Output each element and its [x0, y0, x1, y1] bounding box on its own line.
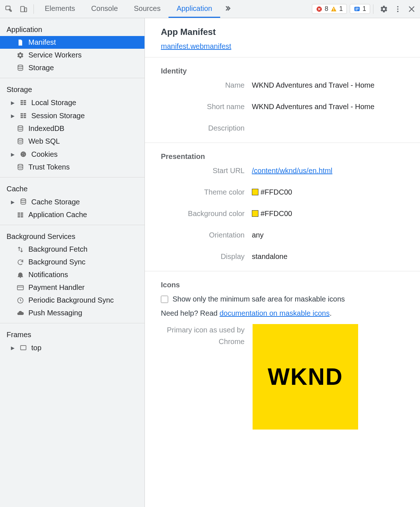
- field-value: #FFDC00: [252, 188, 409, 196]
- sidebar-item-periodic-sync[interactable]: Periodic Background Sync: [0, 294, 144, 307]
- sidebar-item-label: Manifest: [28, 38, 56, 47]
- card-icon: [16, 284, 25, 291]
- sidebar-section-frames: Frames ▸ top: [0, 323, 144, 358]
- primary-icon-row: Primary icon as used by Chrome WKND: [161, 324, 409, 430]
- sidebar-item-label: Trust Tokens: [28, 163, 70, 171]
- right-tools: [380, 5, 416, 13]
- svg-rect-8: [355, 9, 358, 9]
- inspect-element-icon[interactable]: [2, 2, 16, 16]
- sidebar-item-cache-storage[interactable]: ▸ Cache Storage: [0, 195, 144, 208]
- cloud-icon: [16, 310, 25, 317]
- color-text: #FFDC00: [261, 209, 292, 217]
- sidebar-item-label: Application Cache: [28, 211, 87, 219]
- error-count-pill[interactable]: 8 1: [312, 4, 347, 14]
- section-heading-identity: Identity: [161, 67, 409, 75]
- sidebar-item-storage[interactable]: Storage: [0, 61, 144, 74]
- field-value: /content/wknd/us/en.html: [252, 167, 409, 175]
- sidebar-item-session-storage[interactable]: ▸ Session Storage: [0, 109, 144, 122]
- sidebar-heading: Cache: [0, 181, 144, 195]
- field-label: Theme color: [161, 188, 245, 196]
- maskable-checkbox[interactable]: [161, 296, 168, 303]
- database-icon: [16, 64, 25, 72]
- svg-rect-38: [21, 214, 23, 215]
- section-heading-presentation: Presentation: [161, 152, 409, 161]
- checkbox-label: Show only the minimum safe area for mask…: [173, 295, 345, 303]
- caret-right-icon: ▸: [10, 343, 15, 352]
- svg-point-31: [22, 155, 23, 156]
- sidebar-item-label: Background Fetch: [28, 245, 87, 254]
- sidebar-item-label: Periodic Background Sync: [28, 296, 114, 304]
- error-count: 8: [325, 5, 328, 13]
- manifest-panel: App Manifest manifest.webmanifest Identi…: [145, 18, 420, 507]
- sidebar-item-push[interactable]: Push Messaging: [0, 307, 144, 319]
- sidebar-heading: Frames: [0, 327, 144, 341]
- close-icon[interactable]: [408, 5, 416, 13]
- field-label: Background color: [161, 209, 245, 218]
- sidebar-item-label: Web SQL: [28, 137, 60, 145]
- sidebar-item-notifications[interactable]: Notifications: [0, 268, 144, 281]
- start-url-link[interactable]: /content/wknd/us/en.html: [252, 167, 332, 175]
- svg-rect-7: [355, 8, 358, 8]
- sidebar-item-top-frame[interactable]: ▸ top: [0, 341, 144, 354]
- field-label: Description: [161, 124, 245, 132]
- caret-right-icon: ▸: [10, 98, 15, 107]
- svg-point-34: [21, 199, 25, 201]
- divider: [145, 143, 420, 143]
- settings-icon[interactable]: [380, 5, 388, 13]
- sidebar-item-cookies[interactable]: ▸ Cookies: [0, 148, 144, 161]
- icon-preview: WKND: [253, 324, 358, 430]
- tab-application[interactable]: Application: [169, 0, 220, 18]
- sidebar-item-websql[interactable]: Web SQL: [0, 135, 144, 148]
- tab-sources[interactable]: Sources: [126, 0, 169, 18]
- svg-rect-41: [17, 286, 24, 290]
- sidebar-heading: Storage: [0, 82, 144, 96]
- sidebar-item-label: top: [31, 344, 41, 352]
- field-value: standalone: [252, 252, 409, 261]
- sidebar-item-bg-sync[interactable]: Background Sync: [0, 256, 144, 268]
- sidebar-item-label: Background Sync: [28, 258, 86, 266]
- sidebar-heading: Application: [0, 22, 144, 36]
- issues-pill[interactable]: 1: [350, 4, 370, 14]
- sidebar-section-application: Application Manifest Service Workers Sto…: [0, 18, 144, 78]
- maskable-docs-link[interactable]: documentation on maskable icons: [219, 309, 329, 317]
- tab-label: Sources: [134, 4, 161, 13]
- sidebar-item-trust-tokens[interactable]: Trust Tokens: [0, 161, 144, 173]
- issues-icon: [354, 6, 360, 12]
- separator: [373, 4, 373, 14]
- color-text: #FFDC00: [261, 188, 292, 196]
- table-icon: [19, 112, 28, 119]
- svg-rect-21: [24, 113, 26, 114]
- sidebar-item-label: Storage: [28, 64, 54, 72]
- svg-rect-24: [21, 117, 23, 118]
- svg-rect-22: [21, 115, 23, 116]
- caret-right-icon: ▸: [10, 197, 15, 206]
- svg-point-10: [397, 6, 399, 7]
- caret-right-icon: ▸: [10, 150, 15, 159]
- panel-tabs: Elements Console Sources Application: [37, 0, 235, 18]
- sidebar-item-service-workers[interactable]: Service Workers: [0, 49, 144, 61]
- clock-icon: [16, 297, 25, 304]
- svg-point-32: [24, 155, 24, 155]
- sidebar-item-app-cache[interactable]: Application Cache: [0, 208, 144, 221]
- sidebar-item-bg-fetch[interactable]: Background Fetch: [0, 243, 144, 256]
- svg-rect-9: [355, 9, 357, 10]
- svg-rect-15: [24, 100, 26, 101]
- kebab-menu-icon[interactable]: [394, 5, 402, 13]
- tab-elements[interactable]: Elements: [37, 0, 83, 18]
- identity-grid: Name WKND Adventures and Travel - Home S…: [161, 81, 409, 132]
- sidebar-item-local-storage[interactable]: ▸ Local Storage: [0, 96, 144, 109]
- icon-caption: Primary icon as used by Chrome: [161, 324, 245, 347]
- tab-console[interactable]: Console: [83, 0, 126, 18]
- sidebar-item-indexeddb[interactable]: IndexedDB: [0, 122, 144, 135]
- maskable-checkbox-row[interactable]: Show only the minimum safe area for mask…: [161, 295, 409, 303]
- svg-rect-40: [21, 216, 23, 217]
- sidebar-item-payment[interactable]: Payment Handler: [0, 281, 144, 294]
- maskable-help-line: Need help? Read documentation on maskabl…: [161, 309, 409, 318]
- svg-rect-37: [18, 214, 20, 215]
- tab-more[interactable]: [220, 0, 235, 18]
- sidebar-item-manifest[interactable]: Manifest: [0, 36, 144, 49]
- color-swatch: [252, 189, 258, 195]
- database-icon: [16, 125, 25, 132]
- device-toolbar-icon[interactable]: [17, 2, 31, 16]
- manifest-link[interactable]: manifest.webmanifest: [161, 42, 231, 51]
